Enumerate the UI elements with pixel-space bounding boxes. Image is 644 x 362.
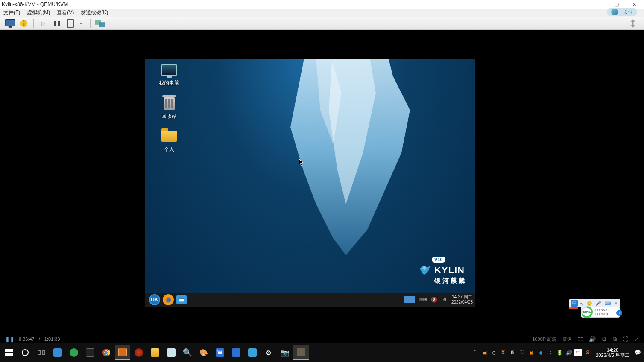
guest-tray-volume-icon[interactable]: 🔇	[431, 297, 437, 303]
tray-x-icon[interactable]: X	[499, 349, 507, 356]
tray-vol-icon[interactable]: 🔊	[565, 349, 573, 356]
tray-ime-icon[interactable]: 中	[574, 349, 582, 356]
tray-shield-icon[interactable]: 🛡	[518, 349, 526, 356]
menu-view[interactable]: 查看(V)	[53, 9, 77, 16]
ime-toolbar[interactable]: 中 •, 😊 🎤 ⌨ ≡	[569, 299, 620, 307]
guest-firefox-button[interactable]	[163, 294, 174, 305]
guest-weekday: 周二	[464, 295, 472, 299]
svg-rect-13	[5, 353, 9, 356]
app-wps-icon[interactable]	[228, 345, 244, 360]
ime-emoji-icon[interactable]: 😊	[585, 301, 593, 306]
host-time: 14:28	[596, 347, 629, 353]
cortana-button[interactable]	[18, 345, 33, 360]
video-volume-icon[interactable]: 🔊	[589, 336, 596, 342]
computer-icon	[161, 64, 177, 76]
video-sep: /	[39, 336, 40, 342]
net-monitor-add-icon[interactable]: +	[616, 310, 622, 316]
video-elapsed: 0:36:47	[19, 336, 35, 342]
console-button[interactable]	[4, 19, 16, 28]
brand-watermark: V10 KYLIN 银河麒麟	[418, 255, 467, 285]
tray-bt-icon[interactable]: ᛒ	[546, 349, 554, 356]
run-button[interactable]: ▷	[37, 19, 49, 28]
tray-battery-icon[interactable]: 🔋	[556, 349, 563, 356]
guest-tray-network-icon[interactable]: 🖥	[442, 297, 447, 303]
ime-mic-icon[interactable]: 🎤	[594, 301, 602, 306]
app-terminal-icon[interactable]	[82, 345, 98, 360]
host-taskbar: 🔍 🎨 W ⚙ 📷 ˄ ▣ ◇ X 🖥 🛡 ◉ ◆ ᛒ 🔋 🔊 中 S 14:2…	[0, 343, 644, 362]
video-pip-icon[interactable]: ⧉	[613, 336, 617, 342]
svg-rect-12	[9, 349, 13, 352]
app-360-icon[interactable]	[66, 345, 82, 360]
guest-active-window-indicator[interactable]	[404, 296, 415, 303]
video-quality[interactable]: 1080P 高清	[532, 336, 556, 342]
start-button[interactable]	[1, 345, 17, 360]
desktop-icon-personal[interactable]: 个人	[154, 131, 184, 153]
brand-sub: 银河麒麟	[434, 277, 467, 285]
video-speed[interactable]: 倍速	[562, 336, 572, 342]
desktop-icon-label: 回收站	[161, 113, 177, 119]
tray-notifications-icon[interactable]: 💬	[634, 349, 641, 356]
desktop-icon-computer[interactable]: 我的电脑	[154, 64, 184, 87]
tray-orange-icon[interactable]: ◉	[527, 349, 535, 356]
play-pause-button[interactable]: ❚❚	[5, 336, 15, 342]
video-wide-icon[interactable]: ⛶	[623, 336, 628, 342]
video-fullscreen-icon[interactable]: ⤢	[634, 336, 639, 342]
info-button[interactable]	[18, 19, 30, 28]
desktop-icon-trash[interactable]: 回收站	[154, 97, 184, 120]
app-chrome-icon[interactable]	[99, 345, 114, 360]
ime-menu-icon[interactable]: ≡	[613, 301, 618, 306]
menu-vm[interactable]: 虚拟机(M)	[23, 9, 53, 16]
dock-toggle-icon[interactable]	[627, 19, 639, 28]
ime-punct-icon[interactable]: •,	[579, 301, 584, 306]
video-settings-icon[interactable]: ⚙	[602, 336, 607, 342]
app-virt-manager-icon[interactable]	[115, 345, 130, 360]
app-wps-word-icon[interactable]: W	[212, 345, 228, 360]
app-paint-icon[interactable]: 🎨	[196, 345, 211, 360]
follow-label: + 关注	[620, 9, 633, 15]
video-subtitle-icon[interactable]: ☷	[578, 336, 583, 342]
pause-button[interactable]: ❚❚	[51, 19, 63, 28]
net-monitor-widget[interactable]: 68% ↑ 0.6K/s ↓ 0.4K/s +	[581, 307, 620, 318]
app-bird-icon[interactable]	[50, 345, 65, 360]
tray-sogou-icon[interactable]: S	[584, 349, 591, 356]
guest-start-button[interactable]: UK	[149, 294, 160, 305]
guest-display[interactable]: 我的电脑 回收站 个人 V10 KYLIN 银河麒麟 UK	[145, 59, 475, 307]
taskview-button[interactable]	[34, 345, 49, 360]
app-remote-icon[interactable]	[245, 345, 260, 360]
app-swirl-icon[interactable]	[131, 345, 146, 360]
app-highlighted-icon[interactable]	[293, 345, 309, 360]
host-clock[interactable]: 14:28 2022/4/5 星期二	[593, 347, 632, 358]
tray-sync-icon[interactable]: ◇	[490, 349, 498, 356]
svg-rect-11	[5, 349, 9, 352]
follow-button[interactable]: + 关注	[607, 8, 637, 16]
app-notepad-icon[interactable]	[164, 345, 179, 360]
tray-up-icon[interactable]: ˄	[471, 349, 479, 356]
ime-keyboard-icon[interactable]: ⌨	[603, 301, 612, 306]
minimize-button[interactable]: —	[591, 2, 607, 7]
svg-rect-15	[38, 351, 41, 354]
brand-version: V10	[432, 257, 445, 263]
guest-clock[interactable]: 14:27 周二 2022/04/05	[451, 295, 473, 305]
ime-lang[interactable]: 中	[571, 300, 578, 307]
app-explorer-icon[interactable]	[147, 345, 163, 360]
menu-file[interactable]: 文件(F)	[0, 9, 23, 16]
video-total: 1:01:33	[44, 336, 60, 342]
net-monitor-speeds: ↑ 0.6K/s ↓ 0.4K/s	[594, 308, 609, 316]
app-camera-icon[interactable]: 📷	[277, 345, 293, 360]
tray-monitor-icon[interactable]: 🖥	[509, 349, 516, 356]
guest-filemanager-button[interactable]	[176, 295, 187, 304]
app-settings-icon[interactable]: ⚙	[261, 345, 276, 360]
desktop-icon-label: 个人	[164, 146, 174, 152]
tray-camera-icon[interactable]: ▣	[480, 349, 488, 356]
app-magnify-icon[interactable]: 🔍	[180, 345, 195, 360]
close-button[interactable]: ✕	[626, 2, 642, 7]
maximize-button[interactable]: ▢	[609, 2, 625, 7]
svg-rect-7	[99, 22, 105, 27]
tray-diamond-icon[interactable]: ◆	[537, 349, 544, 356]
fullscreen-button[interactable]	[94, 19, 106, 28]
guest-tray-keyboard-icon[interactable]: ⌨	[419, 297, 427, 303]
shutdown-dropdown-icon[interactable]: ▾	[75, 19, 87, 28]
guest-desktop[interactable]: 我的电脑 回收站 个人 V10 KYLIN 银河麒麟	[145, 59, 475, 294]
svg-rect-5	[67, 19, 73, 28]
menu-sendkey[interactable]: 发送按键(K)	[77, 9, 111, 16]
